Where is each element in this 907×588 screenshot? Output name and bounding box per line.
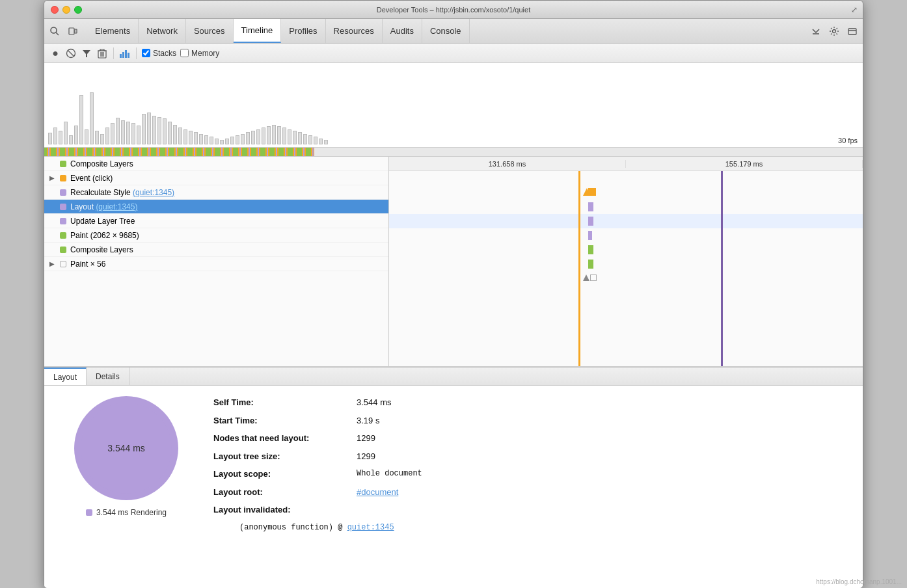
invalidated-link[interactable]: quiet:1345 bbox=[347, 523, 394, 532]
chart-bar bbox=[267, 126, 271, 144]
settings-icon[interactable] bbox=[828, 25, 841, 38]
tab-timeline[interactable]: Timeline bbox=[234, 19, 282, 43]
undock-icon[interactable] bbox=[846, 25, 859, 38]
svg-point-0 bbox=[51, 27, 57, 33]
console-drawer-icon[interactable] bbox=[809, 25, 822, 38]
event-label: Composite Layers bbox=[70, 159, 383, 168]
chart-bar bbox=[178, 127, 182, 144]
detail-root-label: Layout root: bbox=[213, 486, 357, 499]
tab-resources[interactable]: Resources bbox=[326, 19, 383, 43]
event-row[interactable]: ▶ Event (click) bbox=[44, 171, 388, 185]
chart-bar bbox=[147, 113, 151, 144]
trash-button[interactable] bbox=[96, 47, 108, 59]
layout-root-link[interactable]: #document bbox=[357, 487, 398, 497]
chart-bar bbox=[220, 140, 224, 144]
memory-checkbox[interactable] bbox=[180, 49, 189, 57]
pie-container: 3.544 ms 3.544 ms Rendering bbox=[55, 396, 198, 578]
chart-bar bbox=[277, 126, 281, 144]
detail-root: Layout root: #document bbox=[213, 486, 852, 499]
layout-block bbox=[588, 217, 593, 226]
timeline-events-area[interactable] bbox=[389, 171, 863, 366]
pie-center-label: 3.544 ms bbox=[107, 443, 145, 453]
detail-root-value: #document bbox=[357, 486, 398, 499]
tab-profiles[interactable]: Profiles bbox=[281, 19, 325, 43]
chart-bar bbox=[168, 122, 172, 144]
search-icon[interactable] bbox=[48, 25, 61, 38]
chart-bar bbox=[183, 129, 187, 144]
chart-bar bbox=[262, 127, 265, 144]
chart-bar bbox=[251, 131, 255, 144]
record-button[interactable]: ● bbox=[49, 47, 61, 59]
event-label: Update Layer Tree bbox=[70, 217, 383, 226]
stacks-checkbox-label[interactable]: Stacks bbox=[142, 49, 176, 58]
update-layer-block bbox=[588, 231, 592, 240]
chart-bar bbox=[236, 135, 239, 144]
chart-bar bbox=[59, 131, 62, 144]
event-row[interactable]: Recalculate Style (quiet:1345) bbox=[44, 185, 388, 200]
pie-legend: 3.544 ms Rendering bbox=[86, 508, 167, 517]
chart-bar bbox=[95, 131, 99, 144]
event-label: Recalculate Style (quiet:1345) bbox=[70, 188, 383, 197]
event-label: Composite Layers bbox=[70, 245, 383, 254]
event-row-layout[interactable]: Layout (quiet:1345) bbox=[44, 200, 388, 214]
minimize-button[interactable] bbox=[62, 6, 70, 14]
event-color-indicator bbox=[60, 161, 66, 167]
close-button[interactable] bbox=[51, 6, 59, 14]
chart-bar bbox=[230, 137, 234, 144]
event-row[interactable]: ▶ Paint × 56 bbox=[44, 257, 388, 271]
tab-layout[interactable]: Layout bbox=[44, 368, 87, 385]
filter-button[interactable] bbox=[81, 47, 92, 59]
chart-icon[interactable] bbox=[119, 47, 131, 59]
event-row[interactable]: Paint (2062 × 9685) bbox=[44, 228, 388, 243]
timeline-row bbox=[389, 257, 863, 271]
resize-icon[interactable]: ⤢ bbox=[851, 5, 858, 14]
timeline-header: 131.658 ms 155.179 ms bbox=[389, 157, 863, 171]
detail-scope-label: Layout scope: bbox=[213, 468, 357, 481]
expand-icon[interactable]: ▶ bbox=[49, 260, 59, 267]
tab-console[interactable]: Console bbox=[422, 19, 470, 43]
chart-bar bbox=[116, 118, 120, 144]
clear-button[interactable] bbox=[65, 47, 77, 59]
chart-bar bbox=[308, 135, 312, 144]
chart-bar bbox=[90, 92, 94, 144]
stacks-checkbox[interactable] bbox=[142, 49, 150, 57]
detail-scope: Layout scope: Whole document bbox=[213, 468, 852, 481]
event-row[interactable]: Update Layer Tree bbox=[44, 214, 388, 228]
chart-bar bbox=[282, 127, 286, 144]
tab-network[interactable]: Network bbox=[139, 19, 186, 43]
chart-bar bbox=[126, 122, 130, 144]
chart-bar bbox=[189, 131, 193, 144]
event-color-indicator bbox=[60, 204, 66, 210]
event-color-indicator bbox=[60, 175, 66, 181]
tab-sources[interactable]: Sources bbox=[186, 19, 234, 43]
tab-elements[interactable]: Elements bbox=[87, 19, 139, 43]
timeline-right: 131.658 ms 155.179 ms bbox=[389, 157, 863, 366]
layout-link[interactable]: (quiet:1345) bbox=[96, 202, 137, 211]
recalc-block bbox=[588, 202, 593, 211]
toolbar: ● bbox=[44, 44, 863, 63]
recalculate-style-link[interactable]: (quiet:1345) bbox=[133, 188, 174, 197]
expand-icon[interactable]: ▶ bbox=[49, 174, 59, 181]
title-bar: Developer Tools – http://jsbin.com/xosot… bbox=[44, 1, 863, 19]
bottom-content: 3.544 ms 3.544 ms Rendering Self Time: 3… bbox=[44, 386, 863, 588]
device-icon[interactable] bbox=[66, 25, 79, 38]
chart-bar bbox=[163, 118, 167, 144]
timeline-row bbox=[389, 271, 863, 286]
chart-bar bbox=[319, 139, 323, 144]
detail-start-time-label: Start Time: bbox=[213, 414, 357, 427]
chart-bar bbox=[293, 131, 297, 144]
event-row[interactable]: Composite Layers bbox=[44, 157, 388, 171]
chart-bar bbox=[137, 126, 141, 144]
chart-bar bbox=[64, 122, 68, 144]
toolbar-separator-1 bbox=[113, 47, 114, 59]
tab-details[interactable]: Details bbox=[87, 368, 129, 385]
events-panel: Composite Layers ▶ Event (click) Recalcu… bbox=[44, 157, 863, 367]
timeline-nav[interactable] bbox=[44, 148, 863, 157]
tab-audits[interactable]: Audits bbox=[383, 19, 422, 43]
timeline-row bbox=[389, 243, 863, 257]
maximize-button[interactable] bbox=[74, 6, 82, 14]
traffic-lights bbox=[51, 6, 82, 14]
event-row[interactable]: Composite Layers bbox=[44, 243, 388, 257]
memory-checkbox-label[interactable]: Memory bbox=[180, 49, 219, 58]
stacks-label: Stacks bbox=[153, 49, 176, 58]
